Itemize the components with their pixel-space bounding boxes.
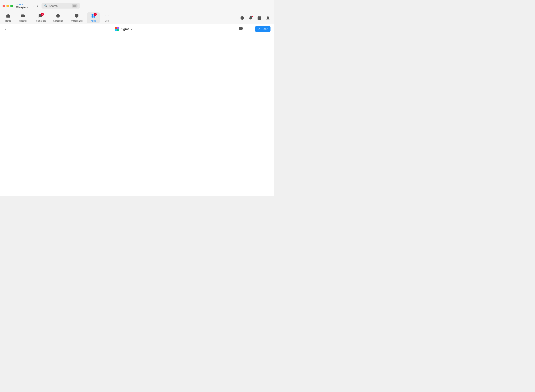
search-bar[interactable]: 🔍 Search ⌘F (42, 3, 80, 9)
svg-rect-3 (92, 14, 93, 16)
team-chat-label: Team Chat (35, 20, 46, 22)
whiteboards-icon (74, 14, 79, 19)
search-shortcut: ⌘F (72, 4, 78, 8)
app-title-area[interactable]: Figma ∨ (10, 27, 238, 31)
minimize-button[interactable] (6, 5, 9, 7)
app-back-button[interactable]: ‹ (3, 26, 8, 32)
share-label: Shar (262, 27, 268, 31)
scheduler-label: Scheduler (53, 20, 63, 22)
whiteboards-label: Whiteboards (71, 20, 83, 22)
maximize-button[interactable] (10, 5, 13, 7)
meetings-label: Meetings (19, 20, 28, 22)
svg-rect-14 (239, 27, 242, 30)
more-icon (105, 14, 109, 19)
calendar-button[interactable] (256, 14, 263, 21)
app-bar: ‹ Figma ∨ ··· ↗ Shar (0, 24, 274, 34)
more-options-button[interactable]: ··· (246, 26, 253, 32)
more-label: More (105, 20, 110, 22)
svg-rect-5 (92, 16, 93, 18)
nav-item-team-chat[interactable]: 1 Team Chat (32, 12, 49, 23)
right-icons (239, 14, 272, 21)
svg-point-8 (107, 16, 107, 16)
svg-rect-2 (75, 14, 78, 17)
video-button[interactable] (238, 25, 245, 33)
nav-bar: Home Meetings 1 Team Chat Scheduler (0, 12, 274, 24)
svg-point-11 (242, 19, 242, 19)
svg-rect-12 (258, 16, 261, 20)
notifications-button[interactable] (247, 14, 254, 21)
nav-item-whiteboards[interactable]: Whiteboards (67, 12, 86, 23)
traffic-lights (3, 5, 13, 7)
nav-arrows: ‹ › (32, 4, 39, 8)
svg-rect-6 (94, 16, 95, 18)
app-bar-right: ··· ↗ Shar (238, 25, 270, 33)
svg-point-7 (106, 16, 106, 16)
apps-badge: 1 (94, 13, 97, 16)
main-content (0, 34, 274, 196)
scheduler-icon (56, 14, 60, 19)
zoom-logo: zoom Workplace (16, 3, 28, 9)
help-button[interactable] (239, 14, 246, 21)
workplace-logo-text: Workplace (16, 6, 28, 9)
svg-point-9 (108, 16, 109, 16)
apps-label: Apps (91, 20, 96, 22)
svg-point-13 (267, 16, 269, 18)
search-icon: 🔍 (44, 4, 47, 8)
nav-item-scheduler[interactable]: Scheduler (50, 12, 66, 23)
app-title: Figma (121, 27, 129, 31)
notification-dot (252, 15, 253, 17)
share-button[interactable]: ↗ Shar (255, 26, 270, 32)
forward-arrow[interactable]: › (36, 4, 39, 8)
zoom-logo-text: zoom (16, 3, 23, 6)
back-arrow[interactable]: ‹ (32, 4, 35, 8)
nav-item-home[interactable]: Home (2, 12, 14, 23)
nav-item-more[interactable]: More (101, 12, 113, 23)
figma-icon (115, 27, 119, 31)
home-label: Home (5, 20, 11, 22)
nav-item-meetings[interactable]: Meetings (15, 12, 31, 23)
share-icon: ↗ (258, 27, 261, 31)
nav-item-apps[interactable]: 1 Apps (87, 12, 100, 23)
title-bar: zoom Workplace ‹ › 🔍 Search ⌘F (0, 0, 274, 12)
meetings-icon (21, 14, 25, 19)
chevron-down-icon: ∨ (131, 28, 133, 31)
profile-button[interactable] (265, 14, 271, 21)
close-button[interactable] (3, 5, 5, 7)
team-chat-badge: 1 (41, 13, 44, 16)
home-icon (6, 14, 10, 19)
svg-rect-0 (21, 14, 24, 17)
apps-icon: 1 (91, 14, 95, 19)
search-placeholder-text: Search (49, 4, 71, 8)
team-chat-icon: 1 (38, 14, 42, 19)
